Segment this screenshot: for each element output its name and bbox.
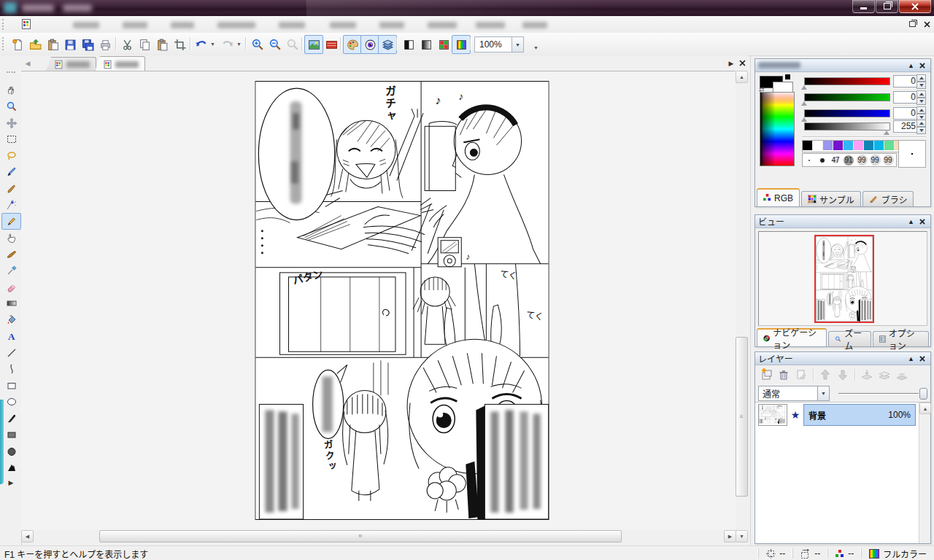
tab-options[interactable]: オプション [873,331,930,346]
tool-rectangle[interactable] [1,377,21,394]
restore-button[interactable] [876,0,898,13]
tool-pencil[interactable] [1,213,21,230]
blue-slider[interactable] [804,109,890,117]
document-tab-1[interactable] [46,57,96,71]
menu-item-blurred[interactable] [171,22,194,28]
toolbar-overflow-button[interactable]: ▼ [533,39,539,56]
move-layer-up-button[interactable] [817,367,833,383]
tool-filled-rectangle[interactable] [1,426,21,443]
close-icon[interactable] [916,61,927,70]
redo-dropdown[interactable]: ▼ [236,35,242,52]
tool-fill-bucket[interactable] [1,311,21,328]
layer-thumbnail[interactable] [758,404,787,426]
tool-curve[interactable] [1,360,21,377]
undo-dropdown[interactable]: ▼ [209,35,216,52]
tool-finger[interactable] [1,229,21,246]
color-swatch[interactable] [854,141,864,150]
green-slider-marker[interactable] [801,101,807,106]
alpha-spinner[interactable] [916,120,926,132]
tool-hand[interactable] [1,82,21,98]
vertical-scroll-thumb[interactable]: ≡ [736,337,748,497]
document-tab-2-active[interactable] [95,56,145,71]
color-swatch[interactable] [803,141,813,150]
blend-mode-combo[interactable]: 通常 ▼ [758,386,830,401]
tab-rgb[interactable]: RGB [757,188,800,206]
mdi-close-button[interactable] [922,19,932,29]
tool-filled-polygon[interactable] [1,459,21,475]
zoom-combo-dropdown[interactable]: ▼ [512,37,523,52]
collapse-icon[interactable]: ▲ [906,61,916,70]
zoom-out-button[interactable] [266,35,285,54]
alpha-slider[interactable] [804,122,890,131]
color-swatch[interactable] [874,141,884,150]
tab-zoom[interactable]: ズーム [828,331,871,346]
show-color-palette-button[interactable] [343,35,362,54]
scroll-left-button[interactable]: ◀ [21,530,34,542]
layer-visibility-star[interactable]: ★ [787,409,803,421]
toolbox-grip[interactable] [7,71,15,75]
delete-layer-button[interactable] [776,367,792,383]
paste-button[interactable] [153,35,171,54]
color-panel-titlebar[interactable]: ▲ [755,59,930,72]
blend-mode-dropdown[interactable]: ▼ [817,386,829,400]
gradient-mode-button[interactable] [417,35,436,54]
redo-button[interactable] [218,35,237,54]
color-picker-gradient[interactable] [760,92,795,166]
horizontal-scroll-thumb[interactable]: ≡ [99,530,622,542]
tool-move[interactable] [1,114,21,131]
tool-rect-select[interactable] [1,131,21,147]
color-swatch[interactable] [864,141,874,150]
mdi-minimize-button[interactable] [892,19,903,29]
tab-navigation[interactable]: ナビゲーション [757,328,827,346]
tab-samples[interactable]: サンプル [801,191,861,206]
tab-scroll-right[interactable]: ▶ [726,58,736,69]
blue-slider-marker[interactable] [801,117,807,122]
zoom-actual-button[interactable] [283,35,302,54]
menu-item-blurred[interactable] [379,22,404,28]
merge-down-button[interactable] [859,367,875,383]
show-view-palette-button[interactable] [360,35,379,54]
zoom-level-combo[interactable]: 100% ▼ [474,36,524,52]
mdi-restore-button[interactable] [907,19,917,29]
red-slider[interactable] [804,77,890,85]
tab-scroll-left[interactable]: ◀ [23,58,33,69]
opacity-slider-handle[interactable] [919,388,927,400]
brush-size-cell-selected[interactable]: 91 [842,154,855,166]
menu-item-blurred[interactable] [217,22,255,28]
close-icon[interactable] [916,217,927,226]
layer-list-scrollbar[interactable]: ▲ [919,402,930,543]
red-slider-marker[interactable] [801,85,807,90]
show-image-window-button[interactable] [304,35,323,54]
navigator-area[interactable] [758,231,927,326]
color-swatch[interactable] [884,141,895,150]
zoom-in-button[interactable] [248,35,267,54]
new-button[interactable] [8,35,27,54]
tool-pen[interactable] [1,163,21,180]
background-color-swatch[interactable] [773,82,793,93]
brush-size-cell[interactable]: 99 [868,154,881,166]
blue-value[interactable]: 0 [893,107,919,120]
tool-eyedropper[interactable] [1,262,21,279]
navigator-thumbnail[interactable] [814,235,874,323]
menu-item-blurred[interactable] [522,22,547,28]
red-spinner[interactable] [916,74,926,87]
menubar-grip[interactable] [2,19,6,30]
tool-line[interactable] [1,344,21,361]
flatten-image-button[interactable] [894,367,910,383]
vertical-scrollbar[interactable]: ▲ ≡ ▼ [736,71,747,542]
grayscale-button[interactable] [399,35,418,54]
brush-size-cell[interactable]: 99 [881,154,895,166]
scroll-down-button[interactable]: ▼ [736,530,748,542]
scroll-right-button[interactable]: ▶ [724,530,736,542]
alpha-value[interactable]: 255 [893,120,919,133]
minimize-button[interactable] [852,0,875,13]
collapse-icon[interactable]: ▲ [906,217,916,226]
tool-smudge-brush[interactable] [1,246,21,262]
menu-item-blurred[interactable] [279,22,305,28]
alpha-slider-marker[interactable] [884,131,889,135]
tab-close-button[interactable] [737,58,747,69]
tool-zoom[interactable] [1,98,21,114]
save-button[interactable] [61,35,80,54]
scroll-up-button[interactable]: ▲ [736,71,748,83]
brush-size-cell[interactable] [803,154,816,166]
